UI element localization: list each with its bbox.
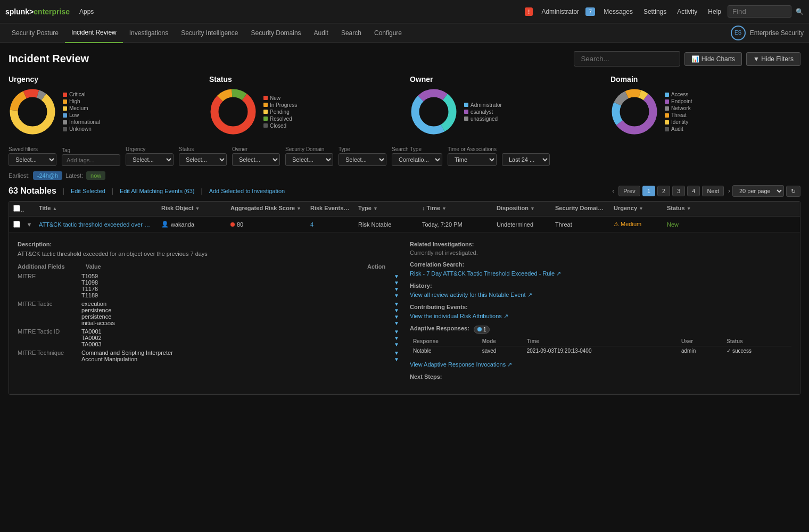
find-input[interactable] [728,5,791,18]
row-checkbox-cell[interactable] [9,219,24,230]
execution-dropdown[interactable]: ▼ [394,301,399,307]
row-expand-cell[interactable]: ▼ [24,219,35,230]
earliest-value-badge[interactable]: -24h@h [33,171,62,180]
col-security-domain[interactable]: Security Domain ▼ [551,202,609,216]
activity-button[interactable]: Activity [673,6,701,18]
select-all-checkbox[interactable] [13,205,20,212]
adaptive-responses-section: Adaptive Responses: 1 Response [410,325,791,355]
header-controls: 📊 Hide Charts ▼ Hide Filters [574,51,800,66]
row-risk-object-cell: 👤 wakanda [157,219,226,230]
sidebar-item-investigations[interactable]: Investigations [123,23,175,43]
adaptive-responses-title: Adaptive Responses: [410,325,469,331]
per-page-select[interactable]: 20 per page [732,185,784,197]
account-dropdown[interactable]: ▼ [394,356,399,362]
mitre-values: T1059▼ T1098▼ T1176▼ T1189▼ [81,273,399,298]
persistence2-dropdown[interactable]: ▼ [394,314,399,320]
mitre-t1059-dropdown[interactable]: ▼ [394,273,399,279]
search-input[interactable] [574,51,680,66]
saved-filters-select[interactable]: Select... [9,153,56,166]
mitre-t1176-dropdown[interactable]: ▼ [394,286,399,292]
next-button[interactable]: Next [702,186,724,196]
risk-events-link[interactable]: 4 [310,221,313,228]
ta0001-dropdown[interactable]: ▼ [394,329,399,335]
administrator-button[interactable]: Administrator [537,6,583,18]
edit-selected-action[interactable]: Edit Selected [71,188,105,194]
persistence1-dropdown[interactable]: ▼ [394,307,399,313]
page-4-button[interactable]: 4 [687,186,700,196]
col-time[interactable]: ↓ Time ▼ [418,202,492,216]
security-domain-filter-select[interactable]: Select... [285,153,333,166]
hide-filters-button[interactable]: ▼ Hide Filters [746,52,800,66]
mitre-t1189-dropdown[interactable]: ▼ [394,293,399,298]
add-to-investigation-action[interactable]: Add Selected to Investigation [209,188,285,194]
status-chart-inner: New In Progress Pending Resolved Closed [209,88,399,136]
type-filter-select[interactable]: Select... [339,153,386,166]
hide-charts-button[interactable]: 📊 Hide Charts [684,52,742,66]
mitre-tactic-values: execution▼ persistence▼ persistence▼ ini… [81,301,399,326]
correlation-search-link[interactable]: Risk - 7 Day ATT&CK Tactic Threshold Exc… [410,270,561,277]
col-title[interactable]: Title ▲ [35,202,157,216]
owner-donut [410,88,458,136]
charts-row: Urgency Critical High Medium Low [9,75,800,136]
status-filter-select[interactable]: Select... [179,153,227,166]
ta0002-dropdown[interactable]: ▼ [394,335,399,341]
es-logo: ES [731,26,746,40]
sidebar-item-audit[interactable]: Audit [308,23,335,43]
contributing-events-section: Contributing Events: View the individual… [410,304,791,320]
sidebar-item-security-intelligence[interactable]: Security Intelligence [175,23,244,43]
tactic-id-ta0003: TA0003▼ [81,341,399,347]
col-expand [24,202,35,216]
expand-icon: ▼ [27,221,32,228]
time-associations-filter-select[interactable]: Time [448,153,497,166]
history-link[interactable]: View all review activity for this Notabl… [410,292,532,298]
adaptive-responses-badge: 1 [474,326,490,334]
legend-item-network: Network [665,105,692,111]
sidebar-item-incident-review[interactable]: Incident Review [65,23,123,43]
view-adaptive-link[interactable]: View Adaptive Response Invocations ↗ [410,361,512,368]
initial-access-dropdown[interactable]: ▼ [394,320,399,326]
latest-value-badge[interactable]: now [86,171,105,180]
type-filter-label: Type [339,146,386,152]
sidebar-item-configure[interactable]: Configure [368,23,408,43]
sidebar-item-security-posture[interactable]: Security Posture [5,23,65,43]
col-urgency[interactable]: Urgency ▼ [609,202,663,216]
prev-button[interactable]: Prev [618,186,640,196]
legend-item-administrator: Administrator [464,102,502,108]
row-checkbox[interactable] [13,221,20,228]
apps-button[interactable]: Apps [75,6,98,18]
mitre-t1098-dropdown[interactable]: ▼ [394,280,399,286]
refresh-button[interactable]: ↻ [786,186,800,197]
last-time-select[interactable]: Last 24 ... [502,153,550,166]
urgency-chart-title: Urgency [9,75,199,84]
tag-input[interactable] [62,154,120,166]
col-risk-object[interactable]: Risk Object ▼ [157,202,226,216]
correlation-search-title: Correlation Search: [410,261,791,268]
title-sort-icon: ▲ [52,206,57,211]
edit-all-action[interactable]: Edit All Matching Events (63) [120,188,195,194]
sidebar-item-security-domains[interactable]: Security Domains [245,23,308,43]
sidebar-item-search[interactable]: Search [335,23,368,43]
type-sort-icon: ▼ [373,206,378,211]
contributing-events-link[interactable]: View the individual Risk Attributions ↗ [410,313,508,319]
urgency-filter-select[interactable]: Select... [126,153,174,166]
last-time-label [502,146,550,152]
search-type-filter-select[interactable]: Correlatio... [392,153,442,166]
messages-button[interactable]: Messages [599,6,637,18]
tactic-val-execution: execution▼ [81,301,399,307]
owner-filter-select[interactable]: Select... [232,153,280,166]
col-disposition[interactable]: Disposition ▼ [492,202,551,216]
col-checkbox[interactable] [9,202,24,216]
main-content: Incident Review 📊 Hide Charts ▼ Hide Fil… [0,43,809,532]
col-aggregated-risk-score[interactable]: Aggregated Risk Score ▼ [226,202,306,216]
settings-button[interactable]: Settings [639,6,671,18]
col-risk-events[interactable]: Risk Events ▼ [306,202,354,216]
page-2-button[interactable]: 2 [657,186,670,196]
col-type[interactable]: Type ▼ [354,202,418,216]
ta0003-dropdown[interactable]: ▼ [394,342,399,347]
risk-score-dot [230,222,235,227]
page-1-button[interactable]: 1 [642,186,655,196]
help-button[interactable]: Help [704,6,725,18]
col-status[interactable]: Status ▼ [663,202,705,216]
page-3-button[interactable]: 3 [672,186,685,196]
command-dropdown[interactable]: ▼ [394,350,399,356]
